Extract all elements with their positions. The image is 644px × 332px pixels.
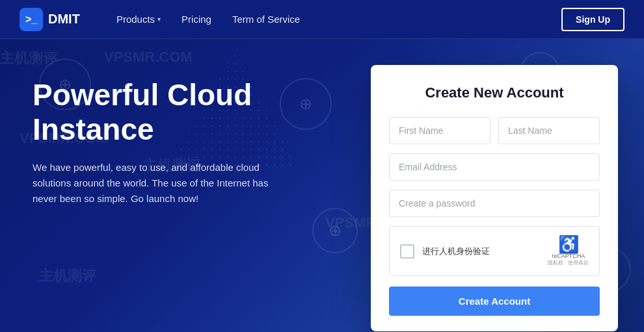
recaptcha-logo-icon: ♿ <box>548 236 589 253</box>
password-input[interactable] <box>389 190 600 217</box>
logo-text: DMIT <box>48 12 80 27</box>
email-group <box>389 153 600 181</box>
recaptcha-box: 进行人机身份验证 ♿ reCAPTCHA 隐私权 · 使用条款 <box>389 226 600 276</box>
last-name-input[interactable] <box>498 117 600 144</box>
logo-icon: >_ <box>20 8 43 31</box>
recaptcha-label: 进行人机身份验证 <box>422 246 490 257</box>
create-account-button[interactable]: Create Account <box>389 287 600 316</box>
nav-tos[interactable]: Term of Service <box>222 0 310 39</box>
recaptcha-brand-text: reCAPTCHA <box>548 253 589 259</box>
hero-subtext: We have powerful, easy to use, and affor… <box>33 160 280 207</box>
navbar: >_ DMIT Products ▾ Pricing Term of Servi… <box>0 0 644 39</box>
hero-headline: Powerful Cloud Instance <box>33 78 371 147</box>
logo[interactable]: >_ DMIT <box>20 8 80 31</box>
recaptcha-checkbox[interactable] <box>400 244 414 259</box>
signup-button[interactable]: Sign Up <box>561 8 624 31</box>
recaptcha-right: ♿ reCAPTCHA 隐私权 · 使用条款 <box>548 236 589 266</box>
nav-pricing[interactable]: Pricing <box>171 0 222 39</box>
main-content: Powerful Cloud Instance We have powerful… <box>0 39 644 332</box>
password-group <box>389 190 600 217</box>
name-row <box>389 117 600 144</box>
chevron-down-icon: ▾ <box>157 16 161 23</box>
signup-form-card: Create New Account 进行人机身份验证 ♿ reCAPTCHA … <box>371 65 618 331</box>
recaptcha-left: 进行人机身份验证 <box>400 244 490 259</box>
email-input[interactable] <box>389 153 600 181</box>
nav-links: Products ▾ Pricing Term of Service Sign … <box>106 0 624 39</box>
hero-section: Powerful Cloud Instance We have powerful… <box>33 65 371 207</box>
form-title: Create New Account <box>389 84 600 101</box>
recaptcha-links-text: 隐私权 · 使用条款 <box>548 259 589 266</box>
nav-products[interactable]: Products ▾ <box>106 0 171 39</box>
first-name-input[interactable] <box>389 117 490 144</box>
